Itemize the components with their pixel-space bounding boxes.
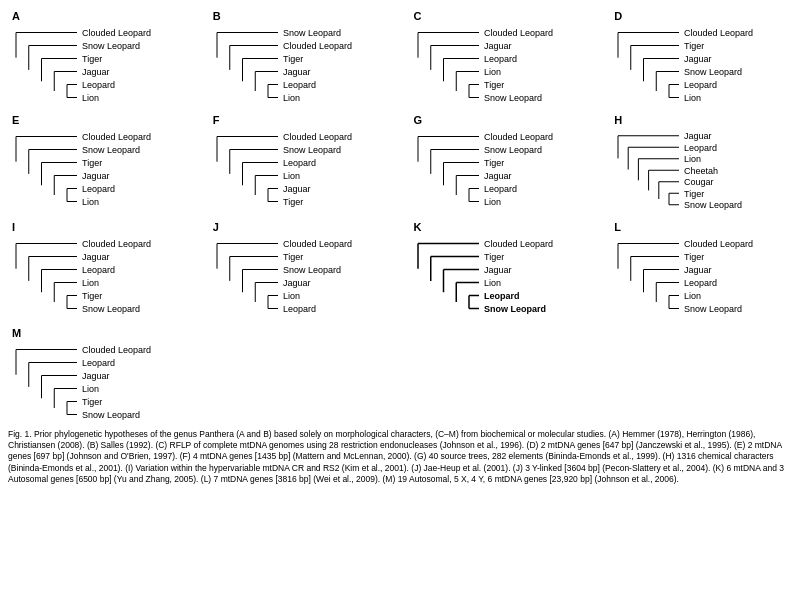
panel-A: AClouded LeopardSnow LeopardTigerJaguarL… — [8, 8, 201, 108]
svg-text:Lion: Lion — [82, 278, 99, 288]
panel-label-J: J — [213, 221, 398, 233]
svg-text:Clouded Leopard: Clouded Leopard — [684, 28, 753, 38]
svg-text:Leopard: Leopard — [283, 304, 316, 314]
svg-text:Leopard: Leopard — [82, 265, 115, 275]
svg-text:Leopard: Leopard — [484, 184, 517, 194]
svg-text:Snow Leopard: Snow Leopard — [82, 410, 140, 420]
svg-text:Jaguar: Jaguar — [684, 54, 712, 64]
svg-text:Leopard: Leopard — [684, 278, 717, 288]
svg-text:Jaguar: Jaguar — [484, 171, 512, 181]
svg-text:Tiger: Tiger — [283, 54, 303, 64]
svg-text:Leopard: Leopard — [82, 358, 115, 368]
panel-label-H: H — [614, 114, 799, 126]
svg-text:Tiger: Tiger — [684, 41, 704, 51]
svg-text:Snow Leopard: Snow Leopard — [684, 304, 742, 314]
svg-text:Jaguar: Jaguar — [82, 252, 110, 262]
svg-text:Snow Leopard: Snow Leopard — [283, 265, 341, 275]
svg-text:Lion: Lion — [82, 93, 99, 103]
svg-text:Tiger: Tiger — [484, 80, 504, 90]
panel-G: GClouded LeopardSnow LeopardTigerJaguarL… — [410, 112, 603, 215]
svg-text:Tiger: Tiger — [82, 397, 102, 407]
svg-text:Tiger: Tiger — [283, 252, 303, 262]
svg-text:Leopard: Leopard — [82, 184, 115, 194]
svg-text:Jaguar: Jaguar — [82, 67, 110, 77]
svg-text:Leopard: Leopard — [684, 143, 717, 153]
panel-label-I: I — [12, 221, 197, 233]
svg-text:Lion: Lion — [484, 67, 501, 77]
panel-label-C: C — [414, 10, 599, 22]
svg-text:Jaguar: Jaguar — [484, 265, 512, 275]
svg-text:Tiger: Tiger — [484, 158, 504, 168]
panel-label-E: E — [12, 114, 197, 126]
svg-text:Clouded Leopard: Clouded Leopard — [82, 345, 151, 355]
panel-H: HJaguarLeopardLionCheetahCougarTigerSnow… — [610, 112, 803, 215]
svg-text:Lion: Lion — [82, 197, 99, 207]
panel-M: MClouded LeopardLeopardJaguarLionTigerSn… — [8, 325, 208, 425]
panel-label-K: K — [414, 221, 599, 233]
panel-E: EClouded LeopardSnow LeopardTigerJaguarL… — [8, 112, 201, 215]
panel-D: DClouded LeopardTigerJaguarSnow LeopardL… — [610, 8, 803, 108]
svg-text:Jaguar: Jaguar — [684, 265, 712, 275]
tree-grid: AClouded LeopardSnow LeopardTigerJaguarL… — [8, 8, 803, 319]
svg-text:Tiger: Tiger — [684, 189, 704, 199]
svg-text:Leopard: Leopard — [82, 80, 115, 90]
svg-text:Tiger: Tiger — [82, 54, 102, 64]
figure-container: AClouded LeopardSnow LeopardTigerJaguarL… — [8, 8, 803, 486]
svg-text:Jaguar: Jaguar — [283, 184, 311, 194]
svg-text:Tiger: Tiger — [82, 158, 102, 168]
svg-text:Lion: Lion — [684, 154, 701, 164]
svg-text:Snow Leopard: Snow Leopard — [82, 145, 140, 155]
svg-text:Clouded Leopard: Clouded Leopard — [82, 28, 151, 38]
svg-text:Cougar: Cougar — [684, 177, 714, 187]
svg-text:Leopard: Leopard — [283, 80, 316, 90]
panel-B: BSnow LeopardClouded LeopardTigerJaguarL… — [209, 8, 402, 108]
svg-text:Jaguar: Jaguar — [283, 67, 311, 77]
svg-text:Leopard: Leopard — [484, 291, 520, 301]
panel-label-D: D — [614, 10, 799, 22]
svg-text:Clouded Leopard: Clouded Leopard — [82, 239, 151, 249]
svg-text:Clouded Leopard: Clouded Leopard — [283, 132, 352, 142]
svg-text:Lion: Lion — [283, 93, 300, 103]
svg-text:Clouded Leopard: Clouded Leopard — [283, 41, 352, 51]
svg-text:Jaguar: Jaguar — [82, 171, 110, 181]
svg-text:Lion: Lion — [684, 93, 701, 103]
svg-text:Snow Leopard: Snow Leopard — [283, 28, 341, 38]
svg-text:Snow Leopard: Snow Leopard — [684, 200, 742, 210]
svg-text:Clouded Leopard: Clouded Leopard — [484, 132, 553, 142]
panel-label-L: L — [614, 221, 799, 233]
svg-text:Tiger: Tiger — [82, 291, 102, 301]
svg-text:Lion: Lion — [684, 291, 701, 301]
svg-text:Lion: Lion — [283, 171, 300, 181]
panel-label-B: B — [213, 10, 398, 22]
svg-text:Snow Leopard: Snow Leopard — [82, 41, 140, 51]
svg-text:Leopard: Leopard — [283, 158, 316, 168]
svg-text:Lion: Lion — [82, 384, 99, 394]
panel-label-A: A — [12, 10, 197, 22]
panel-C: CClouded LeopardJaguarLeopardLionTigerSn… — [410, 8, 603, 108]
panel-m-row: MClouded LeopardLeopardJaguarLionTigerSn… — [8, 325, 803, 425]
svg-text:Leopard: Leopard — [484, 54, 517, 64]
svg-text:Jaguar: Jaguar — [283, 278, 311, 288]
svg-text:Tiger: Tiger — [684, 252, 704, 262]
svg-text:Jaguar: Jaguar — [684, 131, 712, 141]
svg-text:Cheetah: Cheetah — [684, 166, 718, 176]
svg-text:Tiger: Tiger — [283, 197, 303, 207]
svg-text:Snow Leopard: Snow Leopard — [484, 304, 546, 314]
svg-text:Snow Leopard: Snow Leopard — [484, 93, 542, 103]
panel-label-F: F — [213, 114, 398, 126]
svg-text:Clouded Leopard: Clouded Leopard — [82, 132, 151, 142]
panel-J: JClouded LeopardTigerSnow LeopardJaguarL… — [209, 219, 402, 319]
svg-text:Leopard: Leopard — [684, 80, 717, 90]
svg-text:Lion: Lion — [484, 197, 501, 207]
svg-text:Lion: Lion — [283, 291, 300, 301]
panels-grid: AClouded LeopardSnow LeopardTigerJaguarL… — [8, 8, 803, 425]
panel-K: KClouded LeopardTigerJaguarLionLeopardSn… — [410, 219, 603, 319]
panel-L: LClouded LeopardTigerJaguarLeopardLionSn… — [610, 219, 803, 319]
svg-text:Clouded Leopard: Clouded Leopard — [484, 239, 553, 249]
svg-text:Lion: Lion — [484, 278, 501, 288]
svg-text:Snow Leopard: Snow Leopard — [82, 304, 140, 314]
svg-text:Clouded Leopard: Clouded Leopard — [484, 28, 553, 38]
svg-text:Tiger: Tiger — [484, 252, 504, 262]
panel-label-M: M — [12, 327, 204, 339]
svg-text:Snow Leopard: Snow Leopard — [484, 145, 542, 155]
